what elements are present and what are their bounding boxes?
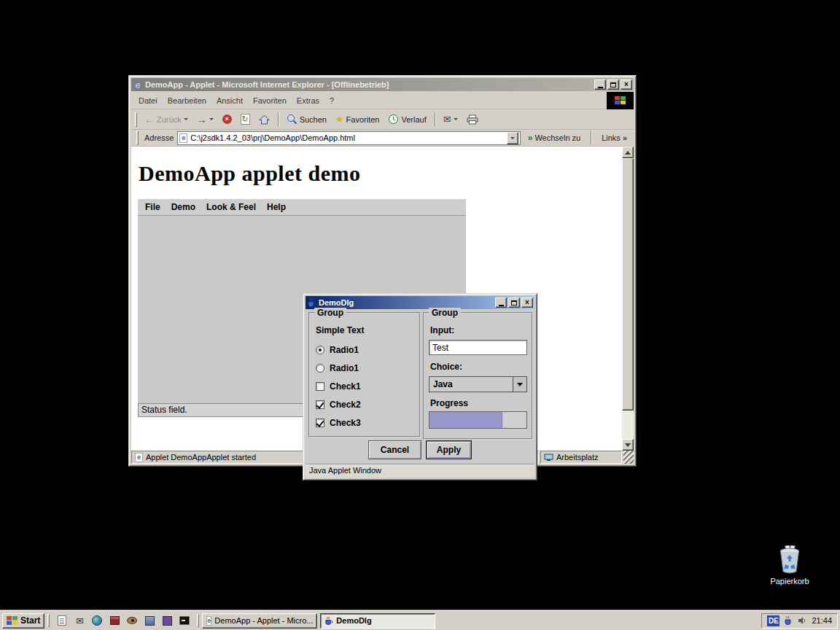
menu-hilfe[interactable]: ? [325, 95, 338, 106]
vertical-scrollbar[interactable] [622, 147, 634, 451]
volume-icon[interactable] [798, 616, 807, 625]
dialog-minimize-button[interactable] [495, 298, 507, 308]
history-button[interactable]: Verlauf [384, 112, 429, 126]
recycle-bin-label: Papierkorb [770, 577, 809, 586]
combo-dropdown-button[interactable] [513, 377, 526, 392]
search-label: Suchen [300, 115, 327, 124]
back-label: Zurück [157, 115, 182, 124]
apply-button[interactable]: Apply [426, 440, 472, 459]
taskbar-grip[interactable] [47, 614, 50, 627]
cancel-button[interactable]: Cancel [368, 440, 421, 459]
java-cup-icon [324, 616, 333, 626]
choice-value: Java [429, 379, 513, 389]
close-icon: × [525, 299, 529, 306]
favorites-button[interactable]: ★ Favoriten [332, 113, 384, 125]
links-chevron-icon: » [623, 133, 627, 142]
resize-grip[interactable] [623, 451, 634, 464]
ie-titlebar[interactable]: e DemoApp - Applet - Microsoft Internet … [131, 78, 634, 91]
address-dropdown-button[interactable] [507, 132, 518, 144]
quick-launch-book-icon[interactable] [108, 614, 121, 627]
links-toolbar[interactable]: Links » [598, 132, 631, 144]
back-dropdown-icon [184, 118, 188, 120]
checkbox-icon [316, 419, 324, 427]
taskbar-grip[interactable] [197, 614, 199, 627]
print-icon [467, 114, 478, 125]
search-button[interactable]: Suchen [283, 112, 330, 126]
applet-menu-look-and-feel[interactable]: Look & Feel [202, 202, 260, 212]
radio-option-2[interactable]: Radio1 [316, 362, 359, 374]
task-button-demoapp[interactable]: e DemoApp - Applet - Micro... [202, 613, 317, 629]
checkbox-option-3[interactable]: Check3 [316, 417, 361, 429]
checkbox-option-1[interactable]: Check1 [316, 381, 361, 392]
task-button-demodlg[interactable]: DemoDlg [320, 613, 435, 629]
maximize-icon [610, 82, 616, 88]
minimize-icon [598, 87, 603, 88]
choice-combobox[interactable]: Java [429, 376, 527, 392]
toolbar-grip[interactable] [136, 131, 139, 145]
address-input[interactable]: e C:\j2sdk1.4.2_03\prj\DemoApp\DemoApp.h… [177, 131, 520, 145]
menu-ansicht[interactable]: Ansicht [212, 95, 247, 106]
address-label: Adresse [144, 133, 174, 142]
checkbox-icon [316, 382, 324, 391]
toolbar-separator [591, 131, 591, 145]
stop-icon: × [222, 114, 232, 124]
applet-menu-help[interactable]: Help [262, 202, 290, 212]
quick-launch-media-icon[interactable] [143, 614, 156, 627]
stop-button[interactable]: × [219, 113, 236, 125]
back-button[interactable]: ← Zurück [141, 113, 192, 126]
dialog-maximize-button[interactable] [508, 298, 520, 308]
checkbox-option-1-label: Check1 [330, 381, 361, 392]
ie-minimize-button[interactable] [594, 79, 606, 90]
toolbar-grip[interactable] [135, 112, 137, 127]
dialog-close-button[interactable]: × [521, 298, 533, 308]
right-group-box: Group Input: Test Choice: Java Progress [423, 312, 533, 440]
quick-launch-document-icon[interactable] [55, 614, 69, 627]
java-cup-icon [307, 298, 316, 308]
quick-launch-eye-icon[interactable] [125, 614, 139, 627]
back-icon: ← [144, 114, 155, 125]
applet-menubar: File Demo Look & Feel Help [138, 199, 466, 216]
menu-bearbeiten[interactable]: Bearbeiten [163, 95, 211, 106]
menu-favoriten[interactable]: Favoriten [249, 95, 291, 106]
quick-launch-console-icon[interactable] [178, 614, 191, 627]
scroll-down-button[interactable] [622, 439, 634, 451]
quick-launch-globe-icon[interactable] [90, 614, 104, 627]
applet-menu-demo[interactable]: Demo [167, 202, 200, 212]
menu-datei[interactable]: Datei [134, 95, 162, 106]
home-button[interactable] [255, 113, 273, 126]
scrollbar-thumb[interactable] [622, 158, 634, 411]
checkbox-option-2[interactable]: Check2 [316, 399, 361, 411]
quick-launch-mail-icon[interactable]: ✉ [73, 614, 86, 627]
simple-text-label: Simple Text [316, 325, 364, 335]
recycle-bin-desktop-icon[interactable]: Papierkorb [766, 545, 813, 586]
print-button[interactable] [463, 113, 482, 126]
go-button[interactable]: » Wechseln zu [524, 131, 584, 144]
demodlg-window: DemoDlg × Group Simple Text Radio1 Radio… [303, 293, 537, 481]
start-button[interactable]: Start [2, 613, 44, 629]
windows-flag-icon [7, 616, 18, 626]
quick-launch-app-icon[interactable] [160, 614, 174, 627]
history-clock-icon [388, 114, 399, 125]
forward-button[interactable]: → [193, 113, 217, 126]
minimize-icon [499, 305, 504, 306]
refresh-button[interactable]: ↻ [237, 112, 254, 126]
language-indicator[interactable]: DE [767, 615, 779, 626]
scroll-up-button[interactable] [622, 147, 634, 158]
forward-dropdown-icon [209, 118, 214, 120]
checkbox-icon [316, 400, 324, 409]
tray-java-icon[interactable] [784, 615, 793, 626]
taskbar-clock[interactable]: 21:44 [812, 616, 832, 625]
input-field[interactable]: Test [429, 340, 527, 355]
ie-toolbar: ← Zurück → × ↻ Suchen ★ [131, 109, 634, 130]
go-icon: » [528, 133, 533, 143]
applet-menu-file[interactable]: File [141, 202, 165, 212]
radio-option-1[interactable]: Radio1 [316, 344, 359, 356]
ie-address-bar: Adresse e C:\j2sdk1.4.2_03\prj\DemoApp\D… [131, 130, 634, 147]
status-zone-pane: Arbeitsplatz [540, 451, 622, 464]
ie-maximize-button[interactable] [607, 79, 619, 90]
menu-extras[interactable]: Extras [292, 95, 324, 106]
ie-close-button[interactable]: × [621, 79, 632, 90]
mail-button[interactable]: ✉ [440, 113, 462, 125]
radio-option-2-label: Radio1 [330, 363, 359, 373]
windows-flag-icon [615, 96, 626, 106]
